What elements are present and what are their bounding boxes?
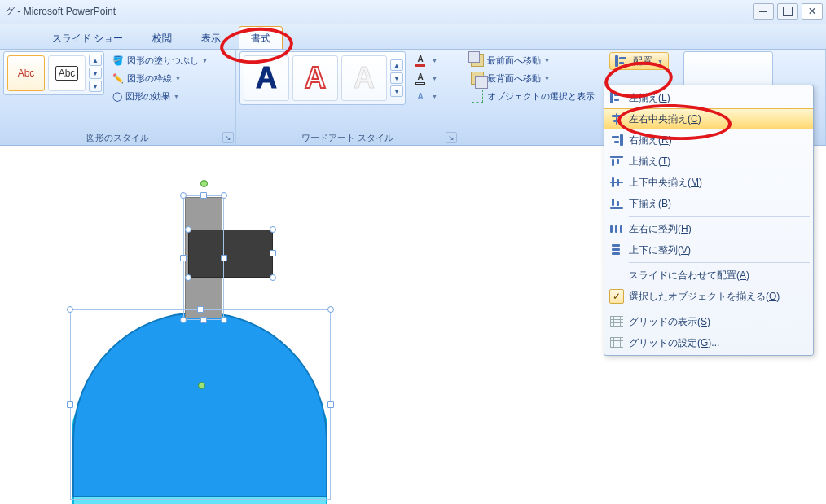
wordart-thumb[interactable]: A (244, 55, 289, 101)
gallery-more-icon[interactable]: ▾ (89, 81, 102, 92)
align-top-icon (610, 156, 623, 167)
menu-align-right[interactable]: 右揃え(R) (604, 129, 813, 151)
grid-icon (610, 316, 623, 327)
distribute-h-icon (610, 223, 623, 234)
menu-align-to-slide[interactable]: スライドに合わせて配置(A) (604, 265, 813, 286)
selection-handle[interactable] (185, 226, 191, 233)
dialog-launcher-icon[interactable]: ↘ (222, 132, 234, 143)
gallery-up-icon[interactable]: ▲ (89, 55, 102, 66)
grid-settings-icon (610, 337, 623, 348)
menu-align-bottom[interactable]: 下揃え(B) (604, 193, 813, 214)
menu-align-selected-objects[interactable]: ✓選択したオブジェクトを揃える(O) (604, 286, 813, 307)
align-left-icon (610, 92, 623, 103)
selection-handle[interactable] (327, 306, 334, 313)
group-label: ワードアート スタイル (239, 132, 455, 145)
menu-separator (629, 216, 810, 217)
dialog-launcher-icon[interactable]: ↘ (446, 132, 457, 143)
style-thumb[interactable]: Abc (7, 55, 45, 91)
selection-outline (183, 195, 224, 320)
tab-view[interactable]: 表示 (190, 27, 232, 49)
send-back-icon (471, 72, 484, 85)
shape-effects-button[interactable]: ◯図形の効果▼ (109, 87, 211, 105)
selection-handle[interactable] (180, 317, 187, 323)
checkmark-icon: ✓ (609, 289, 624, 304)
gallery-up-icon[interactable]: ▲ (390, 59, 403, 71)
wordart-thumb[interactable]: A (341, 55, 387, 101)
menu-align-left[interactable]: 左揃え(L) (604, 87, 813, 108)
selection-handle[interactable] (221, 255, 227, 261)
distribute-v-icon (610, 244, 623, 256)
menu-separator (629, 262, 810, 263)
selection-handle[interactable] (67, 401, 73, 408)
menu-align-middle-vertical[interactable]: 上下中央揃え(M) (604, 172, 813, 193)
window-controls (753, 3, 823, 20)
wordart-thumb[interactable]: A (292, 55, 338, 101)
close-button[interactable] (802, 3, 823, 20)
shape-style-gallery[interactable]: Abc Abc ▲ ▼ ▾ (3, 51, 104, 95)
menu-distribute-vertical[interactable]: 上下に整列(V) (604, 239, 813, 261)
align-center-icon (610, 113, 623, 125)
bring-front-icon (471, 54, 484, 67)
group-shape-styles: Abc Abc ▲ ▼ ▾ 🪣図形の塗りつぶし▼ ✏️図形の枠線▼ ◯図形の効果… (0, 50, 236, 145)
tab-slideshow[interactable]: スライド ショー (41, 27, 134, 49)
rotation-handle[interactable] (200, 180, 208, 187)
shape-fill-button[interactable]: 🪣図形の塗りつぶし▼ (109, 51, 211, 69)
align-menu: 左揃え(L) 左右中央揃え(C) 右揃え(R) 上揃え(T) 上下中央揃え(M)… (604, 85, 814, 356)
rotation-handle[interactable] (198, 382, 205, 389)
align-bottom-icon (610, 198, 623, 209)
selection-handle[interactable] (200, 192, 207, 199)
gallery-down-icon[interactable]: ▼ (89, 68, 102, 79)
gallery-more-icon[interactable]: ▾ (390, 85, 403, 97)
tab-review[interactable]: 校閲 (141, 27, 183, 49)
title-bar: グ - Microsoft PowerPoint 描画ツール (0, 0, 826, 24)
text-fill-button[interactable]: A▼ (409, 51, 441, 69)
menu-distribute-horizontal[interactable]: 左右に整列(H) (604, 218, 813, 239)
selection-handle[interactable] (221, 317, 227, 323)
selection-handle[interactable] (185, 274, 191, 281)
minimize-button[interactable] (753, 3, 774, 20)
text-effects-button[interactable]: A▼ (409, 87, 441, 105)
selection-pane-button[interactable]: オブジェクトの選択と表示 (468, 87, 598, 105)
selection-handle[interactable] (221, 192, 227, 199)
send-to-back-button[interactable]: 最背面へ移動▼ (468, 69, 598, 87)
gallery-down-icon[interactable]: ▼ (390, 72, 403, 84)
selection-handle[interactable] (67, 306, 73, 313)
text-outline-button[interactable]: A▼ (409, 69, 441, 87)
selection-handle[interactable] (270, 226, 276, 233)
gallery-scroll[interactable]: ▲ ▼ ▾ (390, 59, 403, 98)
text-fill-icon: A (412, 52, 428, 68)
selection-handle[interactable] (270, 250, 276, 256)
bring-to-front-button[interactable]: 最前面へ移動▼ (468, 51, 598, 69)
text-outline-icon: A (412, 70, 428, 86)
maximize-button[interactable] (777, 3, 798, 20)
gallery-scroll[interactable]: ▲ ▼ ▾ (89, 54, 102, 93)
selection-pane-icon (471, 90, 484, 103)
selection-handle[interactable] (180, 255, 187, 261)
selection-outline (70, 309, 331, 500)
selection-handle[interactable] (180, 192, 187, 199)
effects-icon: ◯ (112, 91, 122, 102)
text-effects-icon: A (412, 88, 428, 104)
selection-handle[interactable] (327, 401, 334, 408)
pencil-icon: ✏️ (112, 73, 124, 84)
menu-separator (629, 309, 810, 309)
ribbon-tabstrip: スライド ショー 校閲 表示 書式 (0, 24, 826, 50)
align-split-button[interactable]: 配置▼ (609, 52, 669, 70)
selection-handle[interactable] (270, 274, 276, 281)
menu-align-top[interactable]: 上揃え(T) (604, 151, 813, 172)
window-title: グ - Microsoft PowerPoint (5, 5, 116, 19)
paint-bucket-icon: 🪣 (112, 55, 124, 66)
group-wordart-styles: A A A ▲ ▼ ▾ A▼ A▼ A▼ ワードアート スタイル ↘ (236, 50, 459, 145)
menu-show-gridlines[interactable]: グリッドの表示(S) (604, 311, 813, 332)
wordart-gallery[interactable]: A A A ▲ ▼ ▾ (239, 51, 406, 105)
style-thumb[interactable]: Abc (48, 55, 86, 91)
shape-outline-button[interactable]: ✏️図形の枠線▼ (109, 69, 211, 87)
group-label: 図形のスタイル (3, 132, 232, 145)
menu-grid-settings[interactable]: グリッドの設定(G)... (604, 332, 813, 353)
selection-handle[interactable] (200, 317, 207, 323)
align-icon (615, 55, 628, 67)
align-right-icon (610, 134, 623, 146)
tab-format[interactable]: 書式 (239, 26, 283, 49)
menu-align-center-horizontal[interactable]: 左右中央揃え(C) (604, 108, 813, 129)
align-middle-icon (610, 177, 623, 188)
